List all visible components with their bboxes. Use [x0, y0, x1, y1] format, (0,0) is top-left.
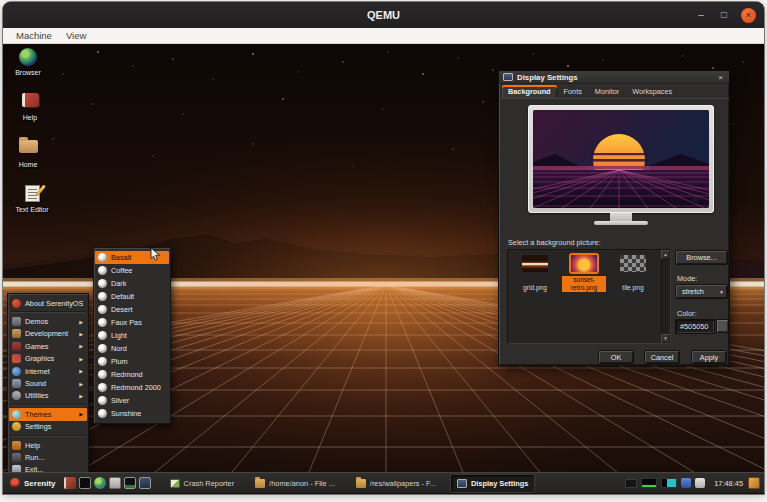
theme-item-redmond[interactable]: Redmond — [95, 368, 169, 381]
theme-wheel-icon — [98, 253, 107, 262]
grid-png-thumbnail — [522, 255, 548, 272]
start-button-label: Serenity — [24, 479, 56, 488]
text-editor-icon — [25, 185, 40, 202]
start-menu-item-sound[interactable]: Sound ▶ — [9, 377, 87, 389]
theme-item-default[interactable]: Default — [95, 290, 169, 303]
taskbar: Serenity Crash Reporter /home/anon - Fil… — [3, 472, 764, 493]
color-swatch-button[interactable] — [717, 320, 728, 332]
theme-wheel-icon — [98, 396, 107, 405]
tray-applet-icon[interactable] — [625, 479, 637, 488]
settings-gear-icon — [12, 422, 21, 431]
menu-machine[interactable]: Machine — [9, 30, 59, 41]
desktop-icon-browser[interactable]: Browser — [5, 48, 51, 76]
tab-monitor[interactable]: Monitor — [589, 85, 625, 98]
minimize-button[interactable]: – — [695, 9, 707, 21]
start-menu-item-development[interactable]: Development ▶ — [9, 328, 87, 340]
display-settings-titlebar[interactable]: Display Settings × — [499, 71, 729, 84]
desktop-icon-text-editor[interactable]: Text Editor — [9, 184, 55, 213]
start-menu-item-settings[interactable]: Settings — [9, 421, 87, 433]
theme-item-desert[interactable]: Desert — [95, 303, 169, 316]
audio-icon[interactable] — [695, 478, 705, 488]
desktop-icon-label: Text Editor — [9, 206, 55, 213]
start-menu-item-games[interactable]: Games ▶ — [9, 340, 87, 352]
crash-reporter-icon — [170, 479, 180, 488]
mode-dropdown[interactable]: stretch ▼ — [676, 285, 727, 298]
network-icon[interactable] — [681, 478, 691, 488]
taskbar-window-crash-reporter[interactable]: Crash Reporter — [164, 475, 241, 492]
submenu-arrow-icon: ▶ — [79, 331, 83, 337]
desktop-icon-help[interactable]: Help — [7, 90, 53, 121]
start-menu-item-run[interactable]: Run... — [9, 451, 87, 463]
color-input[interactable]: #505050 — [676, 320, 714, 333]
menu-separator — [11, 311, 85, 313]
theme-item-dark[interactable]: Dark — [95, 277, 169, 290]
display-settings-tabbar: Background Fonts Monitor Workspaces — [499, 84, 729, 99]
close-button[interactable]: × — [741, 8, 756, 23]
ok-button[interactable]: OK — [599, 351, 633, 363]
serenityos-ladybug-icon — [12, 299, 21, 308]
menu-separator — [11, 404, 85, 406]
submenu-arrow-icon: ▶ — [79, 381, 83, 387]
start-menu-item-help[interactable]: Help — [9, 439, 87, 451]
taskbar-window-display-settings[interactable]: Display Settings — [451, 475, 535, 492]
wallpaper-list-scrollbar[interactable]: ▲ ▼ — [661, 250, 670, 343]
theme-item-coffee[interactable]: Coffee — [95, 264, 169, 277]
background-tab-panel: Select a background picture: grid.png su… — [499, 99, 729, 366]
theme-item-faux-pas[interactable]: Faux Pas — [95, 316, 169, 329]
submenu-arrow-icon: ▶ — [79, 393, 83, 399]
start-menu-item-themes[interactable]: Themes ▶ — [9, 408, 87, 420]
tab-background[interactable]: Background — [502, 85, 557, 98]
submenu-arrow-icon: ▶ — [79, 356, 83, 362]
theme-item-silver[interactable]: Silver — [95, 394, 169, 407]
wallpaper-item-sunset-retro[interactable]: sunset-retro.png — [561, 255, 607, 340]
themes-submenu: Basalt Coffee Dark Default Desert Faux P… — [93, 247, 171, 424]
wallpaper-item-grid[interactable]: grid.png — [512, 255, 558, 340]
browse-button[interactable]: Browse... — [676, 251, 727, 264]
theme-wheel-icon — [98, 305, 107, 314]
cancel-button[interactable]: Cancel — [645, 351, 679, 363]
scroll-up-icon[interactable]: ▲ — [661, 250, 670, 259]
theme-item-plum[interactable]: Plum — [95, 355, 169, 368]
quick-launch-system-monitor-icon[interactable] — [124, 477, 136, 489]
taskbar-window-wallpapers-file-manager[interactable]: /res/wallpapers - F... — [350, 475, 442, 492]
theme-item-nord[interactable]: Nord — [95, 342, 169, 355]
wallpaper-item-tile[interactable]: tile.png — [610, 255, 656, 340]
theme-item-redmond-2000[interactable]: Redmond 2000 — [95, 381, 169, 394]
start-menu-item-about[interactable]: About SerenityOS — [9, 297, 87, 309]
desktop-icon-label: Help — [7, 114, 53, 121]
scroll-down-icon[interactable]: ▼ — [661, 334, 670, 343]
theme-item-sunshine[interactable]: Sunshine — [95, 407, 169, 420]
theme-wheel-icon — [98, 318, 107, 327]
start-button[interactable]: Serenity — [7, 475, 62, 492]
tab-fonts[interactable]: Fonts — [558, 85, 588, 98]
tray-workspace-icon[interactable] — [748, 477, 760, 489]
menu-view[interactable]: View — [59, 30, 93, 41]
quick-launch-browser-icon[interactable] — [94, 477, 106, 489]
sound-icon — [12, 379, 21, 388]
cpu-graph-icon[interactable] — [641, 478, 657, 488]
apply-button[interactable]: Apply — [692, 351, 726, 363]
window-close-icon[interactable]: × — [716, 73, 725, 82]
graphics-icon — [12, 354, 21, 363]
theme-item-light[interactable]: Light — [95, 329, 169, 342]
mode-value: stretch — [682, 287, 704, 296]
quick-launch-display-settings-icon[interactable] — [139, 477, 151, 489]
start-menu-item-utilities[interactable]: Utilities ▶ — [9, 390, 87, 402]
mouse-cursor-icon — [150, 248, 161, 261]
memory-graph-icon[interactable] — [661, 478, 677, 488]
desktop-icon-home[interactable]: Home — [5, 136, 51, 168]
quick-launch-file-manager-icon[interactable] — [109, 477, 121, 489]
taskbar-window-home-file-manager[interactable]: /home/anon - File ... — [249, 475, 341, 492]
maximize-button[interactable]: ▢ — [718, 9, 730, 21]
start-menu-item-demos[interactable]: Demos ▶ — [9, 315, 87, 327]
demos-icon — [12, 317, 21, 326]
monitor-stand-neck — [610, 213, 632, 221]
quick-launch-terminal-icon[interactable] — [79, 477, 91, 489]
start-menu-item-graphics[interactable]: Graphics ▶ — [9, 353, 87, 365]
tab-workspaces[interactable]: Workspaces — [626, 85, 678, 98]
theme-wheel-icon — [98, 279, 107, 288]
quick-launch-help-icon[interactable] — [64, 477, 76, 489]
qemu-titlebar[interactable]: QEMU – ▢ × — [3, 2, 764, 28]
taskbar-clock[interactable]: 17:48:45 — [709, 479, 748, 488]
start-menu-item-internet[interactable]: Internet ▶ — [9, 365, 87, 377]
